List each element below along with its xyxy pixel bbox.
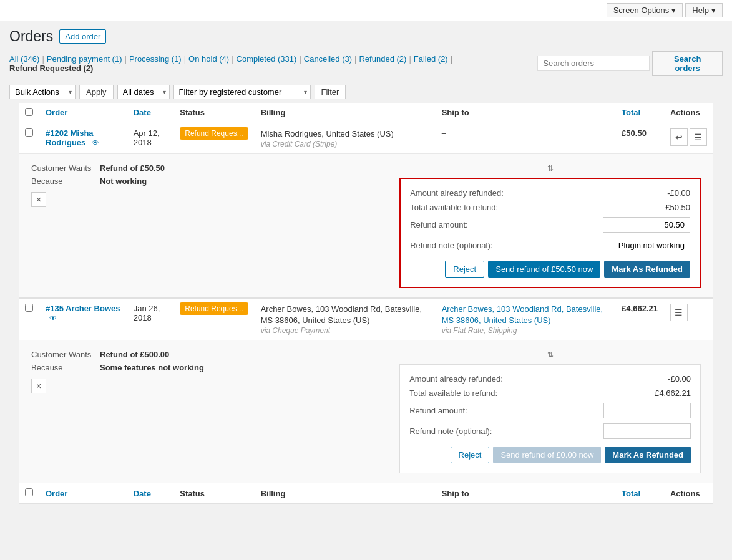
total-available-row: Total available to refund: £50.50: [410, 203, 690, 212]
order-id-cell: #135 Archer Bowes 👁: [39, 298, 127, 340]
order-checkbox-cell: [19, 298, 39, 340]
action-icons: ↩ ☰: [670, 128, 707, 146]
search-button[interactable]: Search orders: [652, 51, 723, 76]
filter-refunded[interactable]: Refunded (2): [359, 54, 406, 64]
order-detail-inner: Customer Wants Refund of £50.50 Because …: [19, 154, 713, 297]
amount-already-refunded-row: Amount already refunded: -£0.00: [409, 374, 691, 384]
refund-note-input[interactable]: [603, 423, 691, 439]
status-badge: Refund Reques...: [180, 127, 248, 140]
footer-actions-header: Actions: [664, 483, 713, 504]
table-row: #1202 Misha Rodrigues 👁 Apr 12, 2018 Ref…: [19, 123, 713, 153]
order-checkbox[interactable]: [25, 304, 33, 312]
bulk-actions-select[interactable]: Bulk Actions: [9, 85, 76, 99]
details-icon-button[interactable]: ☰: [690, 128, 707, 146]
filter-cancelled[interactable]: Cancelled (3): [304, 54, 352, 64]
order-detail-left: Customer Wants Refund of £50.50 Because …: [31, 163, 399, 207]
customer-wants-value: Refund of £500.00: [100, 350, 169, 359]
table-row: #135 Archer Bowes 👁 Jan 26, 2018 Refund …: [19, 298, 713, 340]
because-label: Because: [31, 176, 94, 186]
amount-refunded-value: -£0.00: [668, 374, 691, 384]
order-link[interactable]: #1202 Misha Rodrigues: [46, 128, 94, 147]
refund-amount-row: Refund amount:: [409, 403, 691, 418]
filter-pending[interactable]: Pending payment (1): [47, 54, 122, 64]
because-value: Some features not working: [100, 363, 204, 372]
customer-wants-label: Customer Wants: [31, 163, 94, 173]
order-status-cell: Refund Reques...: [173, 298, 254, 340]
top-bar: Screen Options ▾ Help ▾: [0, 0, 732, 21]
amount-refunded-label: Amount already refunded:: [409, 374, 503, 384]
filter-customer-wrapper: Filter by registered customer: [173, 85, 311, 99]
filter-processing[interactable]: Processing (1): [129, 54, 182, 64]
footer-status-header: Status: [173, 483, 254, 504]
order-checkbox[interactable]: [25, 128, 33, 137]
refund-icon-button[interactable]: ↩: [670, 128, 688, 146]
view-icon[interactable]: 👁: [92, 138, 99, 147]
select-all-checkbox[interactable]: [25, 108, 33, 116]
billing-name: Archer Bowes, 103 Woodland Rd, Batesvill…: [261, 304, 429, 326]
total-available-label: Total available to refund:: [410, 203, 498, 212]
reject-button[interactable]: Reject: [451, 447, 490, 463]
refund-note-input[interactable]: [603, 238, 690, 253]
order-detail-row: Customer Wants Refund of £500.00 Because…: [19, 340, 713, 483]
bulk-actions-wrapper: Bulk Actions: [9, 85, 76, 99]
order-detail-inner: Customer Wants Refund of £500.00 Because…: [19, 340, 713, 483]
status-column-header: Status: [173, 103, 254, 123]
because-field: Because Some features not working: [31, 363, 387, 372]
mark-refunded-button[interactable]: Mark As Refunded: [605, 447, 691, 463]
order-total-cell: £4,662.21: [615, 298, 664, 340]
order-detail-cell: Customer Wants Refund of £500.00 Because…: [19, 340, 713, 483]
filter-all[interactable]: All (346): [9, 54, 39, 64]
order-billing-cell: Archer Bowes, 103 Woodland Rd, Batesvill…: [255, 298, 436, 340]
footer-order-header: Order: [39, 483, 127, 504]
mark-refunded-button[interactable]: Mark As Refunded: [604, 261, 690, 278]
screen-options-button[interactable]: Screen Options ▾: [607, 3, 683, 17]
ship-via: via Flat Rate, Shipping: [442, 326, 609, 335]
table-toolbar: Bulk Actions Apply All dates Filter by r…: [0, 81, 732, 103]
order-column-header: Order: [39, 103, 127, 123]
ship-to-link[interactable]: Archer Bowes, 103 Woodland Rd, Batesvill…: [442, 304, 603, 325]
refund-amount-label: Refund amount:: [410, 220, 468, 229]
view-icon[interactable]: 👁: [49, 314, 57, 322]
order-total-cell: £50.50: [615, 123, 664, 153]
order-detail-row: Customer Wants Refund of £50.50 Because …: [19, 154, 713, 299]
filter-completed[interactable]: Completed (331): [237, 54, 297, 64]
collapse-button[interactable]: ×: [31, 379, 46, 393]
filter-button[interactable]: Filter: [315, 85, 346, 99]
refund-amount-input[interactable]: [603, 217, 690, 233]
date-column-header: Date: [127, 103, 174, 123]
search-input[interactable]: [537, 56, 650, 71]
customer-wants-label: Customer Wants: [31, 350, 94, 359]
footer-shipto-header: Ship to: [436, 483, 615, 504]
order-actions-cell: ☰: [664, 298, 713, 340]
filter-customer-select[interactable]: Filter by registered customer: [173, 85, 311, 99]
send-refund-button[interactable]: Send refund of £50.50 now: [488, 261, 600, 278]
order-link[interactable]: #135 Archer Bowes: [46, 304, 120, 313]
page-header: Orders Add order: [0, 21, 732, 46]
footer-select-all-checkbox[interactable]: [25, 488, 33, 496]
customer-wants-field: Customer Wants Refund of £50.50: [31, 163, 387, 173]
send-refund-button-disabled[interactable]: Send refund of £0.00 now: [493, 447, 601, 463]
total-available-label: Total available to refund:: [409, 389, 497, 398]
total-available-value: £50.50: [665, 203, 690, 212]
filter-failed[interactable]: Failed (2): [414, 54, 448, 64]
help-button[interactable]: Help ▾: [685, 3, 723, 17]
order-shipto-cell: –: [436, 123, 615, 153]
details-icon-button[interactable]: ☰: [670, 304, 688, 321]
refund-panel: Amount already refunded: -£0.00 Total av…: [399, 364, 701, 473]
order-total: £4,662.21: [622, 304, 658, 313]
help-chevron-icon: ▾: [711, 6, 716, 15]
because-field: Because Not working: [31, 176, 387, 186]
refund-note-label: Refund note (optional):: [410, 241, 492, 250]
apply-button[interactable]: Apply: [79, 85, 114, 99]
order-billing-cell: Misha Rodrigues, United States (US) via …: [255, 123, 436, 153]
screen-options-chevron-icon: ▾: [671, 6, 676, 15]
footer-date-header: Date: [127, 483, 174, 504]
footer-billing-header: Billing: [255, 483, 436, 504]
reject-button[interactable]: Reject: [445, 261, 484, 278]
all-dates-select[interactable]: All dates: [117, 85, 170, 99]
collapse-button[interactable]: ×: [31, 192, 46, 207]
refund-amount-input[interactable]: [603, 403, 691, 418]
add-order-button[interactable]: Add order: [59, 29, 106, 44]
filter-onhold[interactable]: On hold (4): [188, 54, 229, 64]
order-detail-right: ⇅ Amount already refunded: -£0.00 Total …: [399, 163, 701, 288]
